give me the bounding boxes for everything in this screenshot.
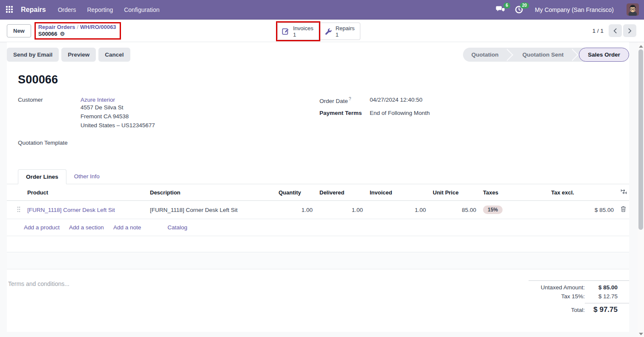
table-header-row: Product Description Quantity Delivered I… xyxy=(7,184,629,201)
cell-invoiced[interactable]: 1.00 xyxy=(366,201,429,219)
cell-description[interactable]: [FURN_1118] Corner Desk Left Sit xyxy=(147,201,275,219)
new-button[interactable]: New xyxy=(7,24,31,37)
tab-order-lines[interactable]: Order Lines xyxy=(18,169,66,184)
invoices-count: 1 xyxy=(293,31,313,38)
content-area: Send by Email Preview Cancel Quotation Q… xyxy=(0,42,644,337)
notebook-tabs: Order Lines Other Info xyxy=(7,169,629,184)
order-title: S00066 xyxy=(18,73,629,86)
tab-other-info[interactable]: Other Info xyxy=(66,169,107,184)
menu-reporting[interactable]: Reporting xyxy=(87,6,113,13)
repairs-smart-button[interactable]: Repairs 1 xyxy=(320,23,360,40)
add-a-note-link[interactable]: Add a note xyxy=(113,224,141,231)
control-panel: New Repair Orders/WH/RO/00063 S00066 ⚙ I… xyxy=(0,20,644,42)
activities-badge: 20 xyxy=(520,3,529,9)
col-quantity: Quantity xyxy=(275,184,316,201)
empty-row xyxy=(7,236,629,252)
breadcrumb-repair-order-ref[interactable]: WH/RO/00063 xyxy=(80,24,116,30)
cell-tax-excl: $ 85.00 xyxy=(548,201,617,219)
payment-terms-label: Payment Terms xyxy=(319,110,370,116)
cancel-button[interactable]: Cancel xyxy=(98,48,130,62)
repairs-count: 1 xyxy=(336,31,355,38)
status-separator-icon xyxy=(507,48,514,62)
pager-previous-button[interactable] xyxy=(609,24,622,37)
customer-label: Customer xyxy=(18,97,80,130)
cell-unit-price[interactable]: 85.00 xyxy=(429,201,480,219)
top-navbar: Repairs Orders Reporting Configuration 6… xyxy=(0,0,644,20)
col-taxes: Taxes xyxy=(480,184,548,201)
pager-next-button[interactable] xyxy=(623,24,636,37)
order-line-row[interactable]: [FURN_1118] Corner Desk Left Sit [FURN_1… xyxy=(7,201,629,219)
breadcrumb-current: S00066 xyxy=(38,31,58,37)
highlight-box-invoices: Invoices 1 xyxy=(276,21,320,41)
empty-row xyxy=(7,252,629,269)
order-lines-table: Product Description Quantity Delivered I… xyxy=(7,184,629,269)
col-invoiced: Invoiced xyxy=(366,184,429,201)
cell-quantity[interactable]: 1.00 xyxy=(275,201,316,219)
terms-and-conditions-field[interactable]: Terms and conditions... xyxy=(7,280,69,317)
catalog-link[interactable]: Catalog xyxy=(167,224,187,231)
order-date-value[interactable]: 04/27/2024 12:40:50 xyxy=(370,97,423,104)
activities-clock-icon[interactable]: 20 xyxy=(515,5,525,14)
apps-menu-icon[interactable] xyxy=(6,6,13,13)
chevron-right-icon xyxy=(628,28,632,34)
col-description: Description xyxy=(147,184,275,201)
status-quotation[interactable]: Quotation xyxy=(463,48,507,62)
vertical-scrollbar[interactable] xyxy=(638,43,644,337)
actions-gear-icon[interactable]: ⚙ xyxy=(60,31,65,37)
menu-orders[interactable]: Orders xyxy=(58,6,76,13)
invoices-smart-button[interactable]: Invoices 1 xyxy=(277,23,319,40)
app-name[interactable]: Repairs xyxy=(21,6,46,14)
preview-button[interactable]: Preview xyxy=(61,48,96,62)
customer-address: 4557 De Silva St Fremont CA 94538 United… xyxy=(80,103,155,130)
untaxed-amount-value: $ 85.00 xyxy=(585,284,629,291)
product-link[interactable]: [FURN_1118] Corner Desk Left Sit xyxy=(27,207,115,213)
smart-buttons: Invoices 1 Repairs 1 xyxy=(276,21,360,41)
tax-badge[interactable]: 15% xyxy=(483,206,503,214)
line-actions-row: Add a product Add a section Add a note C… xyxy=(7,219,629,236)
address-line: United States – US12345677 xyxy=(80,121,155,130)
form-sheet: Send by Email Preview Cancel Quotation Q… xyxy=(7,42,629,332)
totals-block: Untaxed Amount: $ 85.00 Tax 15%: $ 12.75… xyxy=(529,280,629,317)
payment-terms-value[interactable]: End of Following Month xyxy=(370,110,430,116)
messages-badge: 6 xyxy=(503,3,510,9)
address-line: Fremont CA 94538 xyxy=(80,112,155,121)
status-sales-order[interactable]: Sales Order xyxy=(579,48,629,62)
order-date-label: Order Date? xyxy=(319,97,370,104)
highlight-box-breadcrumb: Repair Orders/WH/RO/00063 S00066 ⚙ xyxy=(34,22,121,40)
order-date-label-text: Order Date xyxy=(319,98,348,104)
total-label: Total: xyxy=(571,307,585,313)
chevron-left-icon xyxy=(613,28,617,34)
optional-columns-icon[interactable] xyxy=(621,189,627,194)
scroll-up-icon[interactable] xyxy=(639,45,643,48)
tax-value: $ 12.75 xyxy=(585,293,629,300)
delete-line-trash-icon[interactable] xyxy=(621,206,626,212)
help-question-icon: ? xyxy=(349,97,351,101)
col-tax-excl: Tax excl. xyxy=(548,184,617,201)
scroll-down-icon[interactable] xyxy=(639,333,643,335)
company-switcher[interactable]: My Company (San Francisco) xyxy=(535,6,614,13)
untaxed-amount-label: Untaxed Amount: xyxy=(540,284,585,291)
repairs-label: Repairs xyxy=(336,25,355,31)
menu-configuration[interactable]: Configuration xyxy=(124,6,159,13)
total-value: $ 97.75 xyxy=(585,303,629,314)
wrench-icon xyxy=(325,28,332,35)
drag-handle-icon[interactable] xyxy=(17,206,20,212)
col-unit-price: Unit Price xyxy=(429,184,480,201)
pager-value: 1 / 1 xyxy=(592,28,604,34)
col-delivered: Delivered xyxy=(316,184,366,201)
breadcrumb-repair-orders[interactable]: Repair Orders xyxy=(38,24,75,30)
status-quotation-sent[interactable]: Quotation Sent xyxy=(514,48,572,62)
cell-delivered[interactable]: 1.00 xyxy=(316,201,366,219)
add-a-product-link[interactable]: Add a product xyxy=(24,224,60,231)
customer-link[interactable]: Azure Interior xyxy=(80,97,115,103)
add-a-section-link[interactable]: Add a section xyxy=(69,224,104,231)
status-separator-icon xyxy=(572,48,579,62)
messages-icon[interactable]: 6 xyxy=(496,5,506,14)
send-by-email-button[interactable]: Send by Email xyxy=(7,48,59,62)
systray: 6 20 My Company (San Francisco) xyxy=(496,3,639,16)
scrollbar-thumb[interactable] xyxy=(638,49,643,230)
user-avatar[interactable] xyxy=(627,3,639,16)
invoices-label: Invoices xyxy=(293,25,313,31)
address-line: 4557 De Silva St xyxy=(80,103,155,112)
tax-label: Tax 15%: xyxy=(561,293,585,300)
